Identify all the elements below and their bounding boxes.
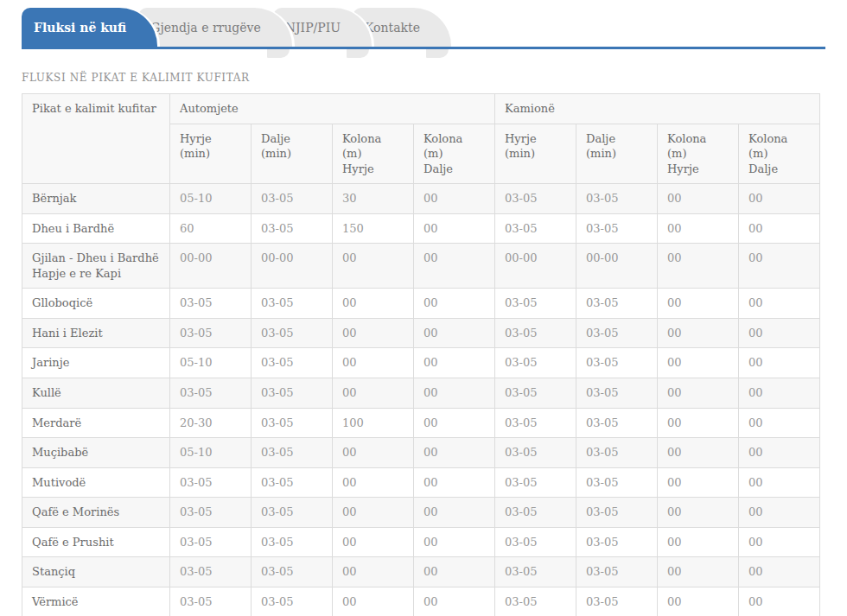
- cell-value: 03-05: [576, 318, 658, 348]
- cell-value: 00: [658, 378, 739, 409]
- cell-value: 03-05: [576, 289, 658, 319]
- crossing-point-name: Merdarë: [22, 408, 170, 438]
- cell-value: 00: [739, 289, 820, 319]
- cell-value: 03-05: [576, 184, 658, 214]
- cell-value: 00: [739, 527, 820, 557]
- crossing-point-name: Qafë e Prushit: [22, 527, 170, 557]
- cell-value: 00: [658, 527, 739, 557]
- cell-value: 00: [658, 408, 739, 438]
- cell-value: 00: [658, 244, 739, 289]
- cell-value: 03-05: [576, 527, 658, 557]
- cell-value: 03-05: [252, 557, 333, 587]
- cell-value: 03-05: [495, 348, 576, 378]
- cell-value: 00: [739, 378, 820, 409]
- cell-value: 03-05: [576, 467, 658, 498]
- cell-value: 05-10: [170, 348, 252, 378]
- cell-value: 00: [414, 438, 495, 468]
- column-header: Dalje (min): [252, 124, 333, 184]
- cell-value: 03-05: [252, 348, 333, 378]
- table-row: Jarinje05-1003-05000003-0503-050000: [22, 348, 820, 378]
- column-header: Kolona (m) Hyrje: [658, 124, 739, 184]
- crossing-point-name: Mutivodë: [22, 467, 170, 498]
- cell-value: 00: [414, 498, 495, 528]
- cell-value: 03-05: [170, 527, 252, 557]
- table-row: Merdarë20-3003-051000003-0503-050000: [22, 408, 820, 438]
- column-header: Hyrje (min): [170, 124, 252, 184]
- cell-value: 03-05: [495, 213, 576, 244]
- table-row: Gjilan - Dheu i Bardhë Hapje e re Kapi00…: [22, 244, 820, 289]
- cell-value: 03-05: [170, 557, 252, 587]
- corner-header: Pikat e kalimit kufitar: [22, 94, 170, 184]
- cell-value: 03-05: [170, 467, 252, 498]
- crossing-point-name: Muçibabë: [22, 438, 170, 468]
- tab-label: Fluksi në kufi: [34, 21, 126, 35]
- cell-value: 00: [739, 557, 820, 587]
- cell-value: 00: [739, 438, 820, 468]
- border-flow-table: Pikat e kalimit kufitar Automjete Kamion…: [22, 93, 820, 616]
- cell-value: 00: [658, 213, 739, 244]
- column-header: Kolona (m) Hyrje: [333, 124, 414, 184]
- cell-value: 00: [414, 213, 495, 244]
- cell-value: 03-05: [495, 408, 576, 438]
- cell-value: 03-05: [170, 587, 252, 616]
- table-row: Stançiq03-0503-05000003-0503-050000: [22, 557, 820, 587]
- crossing-point-name: Qafë e Morinës: [22, 498, 170, 528]
- cell-value: 03-05: [170, 378, 252, 409]
- cell-value: 03-05: [495, 467, 576, 498]
- crossing-point-name: Bërnjak: [22, 184, 170, 214]
- cell-value: 03-05: [576, 438, 658, 468]
- cell-value: 03-05: [576, 378, 658, 409]
- cell-value: 00: [414, 289, 495, 319]
- cell-value: 00: [658, 318, 739, 348]
- crossing-point-name: Stançiq: [22, 557, 170, 587]
- cell-value: 00: [739, 498, 820, 528]
- cell-value: 00: [333, 378, 414, 409]
- table-row: Bërnjak05-1003-05300003-0503-050000: [22, 184, 820, 214]
- cell-value: 20-30: [170, 408, 252, 438]
- cell-value: 00: [739, 318, 820, 348]
- cell-value: 03-05: [495, 587, 576, 616]
- cell-value: 00: [333, 527, 414, 557]
- cell-value: 03-05: [495, 438, 576, 468]
- column-header: Dalje (min): [576, 124, 658, 184]
- cell-value: 00: [658, 498, 739, 528]
- cell-value: 05-10: [170, 184, 252, 214]
- cell-value: 00: [333, 467, 414, 498]
- table-header: Pikat e kalimit kufitar Automjete Kamion…: [22, 94, 820, 184]
- crossing-point-name: Gjilan - Dheu i Bardhë Hapje e re Kapi: [22, 244, 170, 289]
- group-header-automjete: Automjete: [170, 94, 495, 124]
- cell-value: 00: [333, 587, 414, 616]
- cell-value: 03-05: [252, 289, 333, 319]
- cell-value: 00: [333, 318, 414, 348]
- cell-value: 00-00: [495, 244, 576, 289]
- cell-value: 00: [658, 587, 739, 616]
- cell-value: 00: [333, 557, 414, 587]
- cell-value: 00: [658, 467, 739, 498]
- cell-value: 00: [414, 527, 495, 557]
- tab-fluksi-ne-kufi[interactable]: Fluksi në kufi: [22, 8, 157, 47]
- cell-value: 03-05: [252, 213, 333, 244]
- cell-value: 03-05: [576, 557, 658, 587]
- cell-value: 03-05: [252, 378, 333, 409]
- cell-value: 03-05: [495, 498, 576, 528]
- page: Fluksi në kufi Gjendja e rrugëve NJIP/PI…: [0, 0, 847, 616]
- cell-value: 03-05: [576, 498, 658, 528]
- cell-value: 03-05: [495, 557, 576, 587]
- table-row: Kullë03-0503-05000003-0503-050000: [22, 378, 820, 409]
- cell-value: 00: [739, 213, 820, 244]
- cell-value: 100: [333, 408, 414, 438]
- cell-value: 00-00: [576, 244, 658, 289]
- cell-value: 00: [414, 348, 495, 378]
- cell-value: 00: [414, 378, 495, 409]
- crossing-point-name: Glloboqicë: [22, 289, 170, 319]
- cell-value: 00: [414, 184, 495, 214]
- crossing-point-name: Kullë: [22, 378, 170, 409]
- cell-value: 00: [414, 408, 495, 438]
- cell-value: 00: [739, 244, 820, 289]
- tab-label: Kontakte: [365, 21, 420, 35]
- cell-value: 00: [739, 587, 820, 616]
- crossing-point-name: Jarinje: [22, 348, 170, 378]
- cell-value: 00: [658, 557, 739, 587]
- cell-value: 00: [739, 467, 820, 498]
- tab-gjendja-e-rrugeve[interactable]: Gjendja e rrugëve: [138, 8, 292, 47]
